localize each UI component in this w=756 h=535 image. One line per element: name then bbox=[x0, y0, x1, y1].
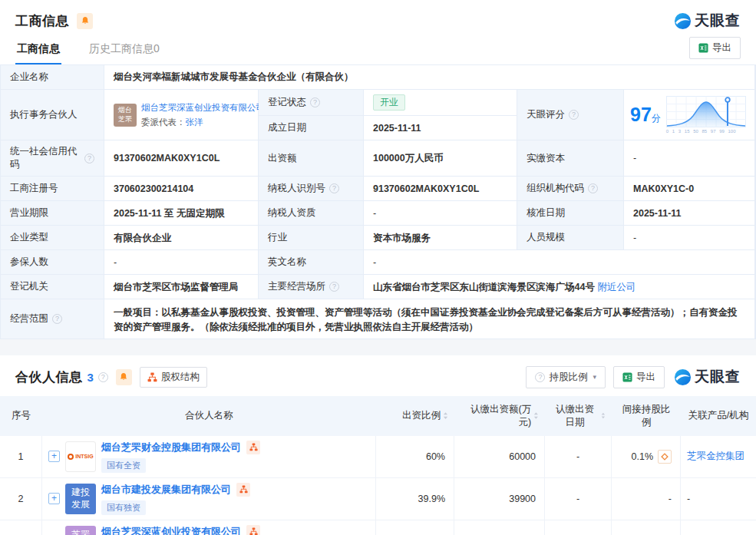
tag-state-owned: 国有独资 bbox=[101, 500, 146, 515]
export-button-partners[interactable]: 导出 bbox=[613, 366, 665, 388]
field-label-tyc-score: 天眼评分? bbox=[517, 90, 623, 140]
nearby-companies-link[interactable]: 附近公司 bbox=[597, 280, 636, 294]
monitor-bell-icon[interactable] bbox=[77, 13, 93, 29]
field-label-executive-partner: 执行事务合伙人 bbox=[1, 90, 104, 140]
org-chart-icon bbox=[249, 527, 258, 535]
equity-structure-mini-icon[interactable] bbox=[236, 483, 250, 497]
partner-row-ratio: 0.1% bbox=[376, 520, 454, 535]
partner-row-amount: 39900 bbox=[454, 478, 545, 520]
partner-company-link[interactable]: 烟台市建投发展集团有限公司 bbox=[101, 483, 231, 497]
representative-link[interactable]: 张洋 bbox=[186, 117, 203, 127]
help-icon[interactable]: ? bbox=[310, 97, 320, 107]
partner-row-amount: 60000 bbox=[454, 436, 545, 478]
field-value-taxpayer-quality: - bbox=[364, 201, 517, 225]
field-label-industry: 行业 bbox=[259, 226, 363, 249]
field-label-approval-date: 核准日期 bbox=[517, 201, 623, 225]
partner-logo: 芝罘深蓝 bbox=[65, 526, 96, 535]
score-curve-chart: 0 1 3 15 50 85 97 99 100 bbox=[666, 96, 746, 134]
holding-ratio-label: 持股比例 bbox=[549, 371, 587, 384]
chevron-down-icon: ▾ bbox=[593, 373, 596, 381]
help-icon[interactable]: ? bbox=[329, 282, 339, 292]
field-value-paid-capital: - bbox=[624, 140, 754, 176]
representative-label: 委派代表： bbox=[141, 117, 186, 127]
field-label-establish-date: 成立日期 bbox=[259, 116, 363, 140]
partner-company-link[interactable]: 烟台芝罘深蓝创业投资有限公司 bbox=[101, 525, 241, 535]
excel-icon bbox=[698, 43, 708, 53]
field-value-business-scope: 一般项目：以私募基金从事股权投资、投资管理、资产管理等活动（须在中国证券投资基金… bbox=[104, 299, 754, 338]
business-info-table: 企业名称 烟台夹河幸福新城城市发展母基金合伙企业（有限合伙） 执行事务合伙人 烟… bbox=[0, 64, 756, 339]
export-button-top[interactable]: 导出 bbox=[689, 37, 741, 59]
field-value-taxpayer-id: 91370602MAK0XY1C0L bbox=[364, 177, 517, 200]
partners-toolbar: ? 持股比例 ▾ 导出 天眼查 bbox=[526, 366, 741, 388]
help-icon[interactable]: ? bbox=[329, 183, 339, 193]
tab-history-business-info[interactable]: 历史工商信息0 bbox=[87, 38, 161, 64]
related-org-link[interactable]: 芝罘金控集团 bbox=[687, 450, 744, 463]
field-value-approval-date: 2025-11-11 bbox=[624, 201, 754, 225]
field-label-reg-authority: 登记机关 bbox=[1, 275, 104, 299]
tianyancha-logo: 天眼查 bbox=[674, 11, 741, 31]
col-header-amount[interactable]: 认缴出资额(万元) bbox=[454, 396, 545, 436]
field-label-business-scope: 经营范围? bbox=[1, 299, 104, 338]
partner-company-link[interactable]: 烟台芝罘财金控股集团有限公司 bbox=[101, 441, 241, 454]
help-icon[interactable]: ? bbox=[98, 372, 108, 382]
field-value-establish-date: 2025-11-11 bbox=[364, 116, 517, 140]
logo-dot-icon bbox=[68, 454, 74, 460]
field-label-capital: 出资额 bbox=[259, 140, 363, 176]
tab-business-info[interactable]: 工商信息 bbox=[15, 38, 61, 64]
executive-partner-company-link[interactable]: 烟台芝罘深蓝创业投资有限公司 bbox=[141, 103, 265, 112]
partners-title: 合伙人信息 bbox=[15, 368, 83, 386]
field-label-company-type: 企业类型 bbox=[1, 226, 104, 249]
field-value-credit-code: 91370602MAK0XY1C0L bbox=[104, 140, 258, 176]
partner-row-amount: 100 bbox=[454, 520, 545, 535]
help-icon[interactable]: ? bbox=[52, 314, 62, 324]
field-label-taxpayer-id: 纳税人识别号? bbox=[259, 177, 363, 200]
tianyancha-eye-icon bbox=[674, 12, 692, 30]
partner-row-name-cell: + 建投发展 烟台市建投发展集团有限公司 国有独资 bbox=[42, 478, 376, 520]
monitor-bell-icon[interactable] bbox=[116, 369, 132, 385]
equity-structure-button[interactable]: 股权结构 bbox=[140, 367, 207, 388]
field-value-staff-size: - bbox=[624, 226, 754, 249]
help-icon[interactable]: ? bbox=[588, 183, 598, 193]
col-header-date[interactable]: 认缴出资日期 bbox=[545, 396, 612, 436]
field-value-english-name: - bbox=[364, 250, 754, 274]
sort-icon bbox=[443, 411, 448, 420]
equity-structure-mini-icon[interactable] bbox=[246, 441, 260, 454]
partner-row-name-cell: + 芝罘深蓝 烟台芝罘深蓝创业投资有限公司 国有全资私募基金管理人 bbox=[42, 520, 376, 535]
help-icon: ? bbox=[535, 372, 545, 382]
page-title: 工商信息 bbox=[15, 12, 69, 30]
top-header: 工商信息 天眼查 bbox=[0, 0, 756, 35]
equity-structure-mini-icon[interactable] bbox=[246, 525, 260, 535]
tianyancha-logo-text: 天眼查 bbox=[695, 11, 741, 31]
holding-ratio-button[interactable]: ? 持股比例 ▾ bbox=[526, 366, 606, 388]
business-info-page: 工商信息 天眼查 工商信息 历史工商信息0 导出 bbox=[0, 0, 756, 535]
field-value-reg-number: 370602300214104 bbox=[104, 177, 258, 200]
bell-curve-icon bbox=[666, 96, 746, 128]
partners-table: 序号 合伙人名称 出资比例 认缴出资额(万元) 认缴出资日期 间接持股比例 关联… bbox=[0, 396, 756, 535]
bell-icon bbox=[118, 372, 129, 382]
partner-row-ratio: 39.9% bbox=[376, 478, 454, 520]
field-label-reg-status: 登记状态? bbox=[259, 90, 363, 115]
help-icon[interactable]: ? bbox=[569, 110, 579, 120]
executive-partner-logo: 烟台芝罘 bbox=[114, 104, 137, 127]
sort-icon bbox=[601, 411, 606, 420]
expand-plus-icon[interactable]: + bbox=[48, 493, 60, 504]
partner-row-index: 1 bbox=[0, 436, 42, 478]
field-label-business-address: 主要经营场所? bbox=[259, 275, 363, 299]
field-label-company-name: 企业名称 bbox=[1, 65, 104, 89]
help-icon[interactable]: ? bbox=[84, 154, 94, 163]
col-header-ratio[interactable]: 出资比例 bbox=[376, 396, 454, 436]
col-header-index: 序号 bbox=[0, 396, 42, 436]
equity-path-diamond-icon[interactable] bbox=[658, 450, 672, 464]
section-separator bbox=[0, 339, 756, 355]
tianyancha-logo: 天眼查 bbox=[674, 367, 741, 387]
field-value-company-name: 烟台夹河幸福新城城市发展母基金合伙企业（有限合伙） bbox=[104, 65, 754, 89]
partner-row-ratio: 60% bbox=[376, 436, 454, 478]
expand-plus-icon[interactable]: + bbox=[48, 451, 60, 462]
field-value-business-address: 山东省烟台市芝罘区东山街道滨海景区滨海广场44号 附近公司 bbox=[364, 275, 754, 299]
col-header-partner-name: 合伙人名称 bbox=[42, 396, 376, 436]
field-value-business-term: 2025-11-11 至 无固定期限 bbox=[104, 201, 258, 225]
partner-row-related: - bbox=[681, 478, 756, 520]
partner-logo: 建投发展 bbox=[65, 484, 96, 514]
org-chart-icon bbox=[239, 485, 248, 494]
status-badge-open: 开业 bbox=[373, 94, 405, 111]
